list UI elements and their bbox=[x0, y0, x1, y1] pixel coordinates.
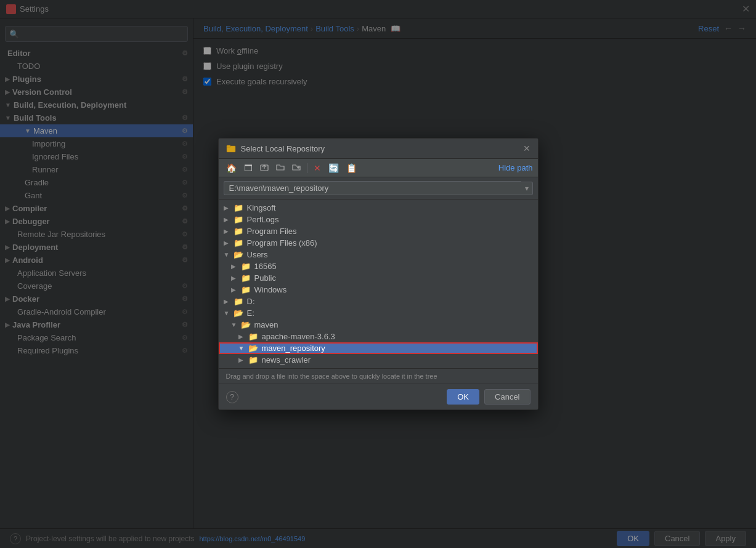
chevron-right-icon: ▶ bbox=[231, 286, 238, 293]
chevron-right-icon: ▶ bbox=[224, 298, 231, 305]
folder-icon: 📁 bbox=[241, 262, 251, 271]
dialog-title: Select Local Repository bbox=[241, 144, 518, 153]
tree-item-label: Kingsoft bbox=[247, 203, 276, 212]
folder-icon: 📁 bbox=[234, 227, 243, 236]
svg-rect-1 bbox=[227, 145, 230, 147]
folder-icon: 📁 bbox=[248, 355, 258, 365]
tree-item-e-drive[interactable]: ▼ 📂 E: bbox=[219, 307, 538, 319]
dialog-close-button[interactable]: ✕ bbox=[523, 143, 530, 153]
dialog-cancel-button[interactable]: Cancel bbox=[484, 389, 530, 405]
dialog-title-bar: Select Local Repository ✕ bbox=[219, 139, 538, 159]
chevron-right-icon: ▶ bbox=[238, 333, 246, 340]
tree-item-news-crawler[interactable]: ▶ 📁 news_crawler bbox=[219, 354, 538, 366]
chevron-right-icon: ▶ bbox=[224, 216, 231, 223]
new-folder-button[interactable] bbox=[290, 161, 303, 174]
dialog-hint: Drag and drop a file into the space abov… bbox=[219, 368, 538, 384]
tree-item-16565[interactable]: ▶ 📁 16565 bbox=[219, 260, 538, 272]
folder-icon: 📁 bbox=[241, 273, 251, 283]
tree-item-label: apache-maven-3.6.3 bbox=[262, 332, 335, 341]
tree-item-kingsoft[interactable]: ▶ 📁 Kingsoft bbox=[219, 202, 538, 214]
folder-open-button[interactable] bbox=[274, 161, 287, 174]
chevron-down-icon: ▼ bbox=[224, 251, 231, 258]
tree-item-program-files[interactable]: ▶ 📁 Program Files bbox=[219, 225, 538, 237]
chevron-right-icon: ▶ bbox=[231, 275, 238, 281]
dialog-overlay: Select Local Repository ✕ 🏠 🗖 ✕ 🔄 📋 Hide… bbox=[0, 0, 756, 548]
folder-icon: 📁 bbox=[234, 297, 243, 306]
folder-icon: 📁 bbox=[234, 203, 243, 212]
tree-item-public[interactable]: ▶ 📁 Public bbox=[219, 272, 538, 284]
delete-button[interactable]: ✕ bbox=[311, 162, 323, 174]
desktop-button[interactable]: 🗖 bbox=[242, 162, 255, 174]
tree-item-label: Users bbox=[247, 250, 268, 259]
folder-open-icon: 📂 bbox=[248, 344, 258, 353]
folder-open-icon: 📂 bbox=[234, 250, 243, 259]
hide-path-button[interactable]: Hide path bbox=[498, 163, 533, 172]
chevron-down-icon: ▼ bbox=[231, 321, 238, 328]
tree-item-label: news_crawler bbox=[262, 355, 311, 365]
dialog-bottom: ? OK Cancel bbox=[219, 384, 538, 409]
dialog-icon bbox=[226, 143, 236, 153]
chevron-right-icon: ▶ bbox=[238, 357, 246, 363]
dialog-path-bar: ▾ bbox=[219, 177, 538, 199]
tree-item-program-files-x86[interactable]: ▶ 📁 Program Files (x86) bbox=[219, 237, 538, 249]
tree-item-label: PerfLogs bbox=[247, 215, 279, 224]
tree-item-maven-repository[interactable]: ▼ 📂 maven_repository bbox=[219, 342, 538, 354]
tree-item-users[interactable]: ▼ 📂 Users bbox=[219, 249, 538, 260]
dialog-toolbar: 🏠 🗖 ✕ 🔄 📋 Hide path bbox=[219, 159, 538, 177]
folder-open-icon: 📂 bbox=[234, 308, 243, 318]
chevron-down-icon: ▼ bbox=[224, 310, 231, 316]
tree-item-maven[interactable]: ▼ 📂 maven bbox=[219, 319, 538, 331]
tree-item-label: Program Files (x86) bbox=[247, 238, 317, 248]
dialog-help-button[interactable]: ? bbox=[226, 391, 238, 403]
file-tree: ▶ 📁 Kingsoft ▶ 📁 PerfLogs ▶ 📁 Program Fi… bbox=[219, 199, 538, 368]
folder-icon: 📁 bbox=[234, 238, 243, 248]
folder-icon: 📁 bbox=[234, 215, 243, 224]
chevron-right-icon: ▶ bbox=[231, 263, 238, 270]
path-dropdown-button[interactable]: ▾ bbox=[521, 182, 533, 195]
chevron-right-icon: ▶ bbox=[224, 240, 231, 246]
tree-item-label: maven_repository bbox=[262, 344, 325, 353]
tree-item-label: E: bbox=[247, 308, 254, 318]
folder-open-icon: 📂 bbox=[241, 320, 251, 329]
dialog-ok-button[interactable]: OK bbox=[447, 389, 479, 405]
copy-path-button[interactable]: 📋 bbox=[344, 162, 359, 174]
tree-item-apache-maven[interactable]: ▶ 📁 apache-maven-3.6.3 bbox=[219, 331, 538, 342]
folder-up-button[interactable] bbox=[258, 161, 271, 174]
dialog-action-buttons: OK Cancel bbox=[447, 389, 530, 405]
tree-item-label: Public bbox=[254, 273, 276, 283]
home-button[interactable]: 🏠 bbox=[224, 162, 239, 174]
chevron-down-icon: ▼ bbox=[238, 345, 246, 352]
tree-item-label: maven bbox=[254, 320, 278, 329]
folder-icon: 📁 bbox=[248, 332, 258, 341]
chevron-right-icon: ▶ bbox=[224, 228, 231, 235]
tree-item-label: Program Files bbox=[247, 227, 297, 236]
chevron-right-icon: ▶ bbox=[224, 204, 231, 211]
tree-item-label: D: bbox=[247, 297, 255, 306]
tree-item-label: Windows bbox=[254, 285, 287, 294]
folder-icon: 📁 bbox=[241, 285, 251, 294]
refresh-button[interactable]: 🔄 bbox=[326, 162, 341, 174]
select-local-repository-dialog: Select Local Repository ✕ 🏠 🗖 ✕ 🔄 📋 Hide… bbox=[218, 138, 539, 410]
tree-item-perflogs[interactable]: ▶ 📁 PerfLogs bbox=[219, 214, 538, 225]
path-input[interactable] bbox=[224, 181, 521, 195]
tree-item-label: 16565 bbox=[254, 262, 277, 271]
tree-item-windows[interactable]: ▶ 📁 Windows bbox=[219, 284, 538, 296]
toolbar-separator bbox=[307, 163, 307, 173]
tree-item-d-drive[interactable]: ▶ 📁 D: bbox=[219, 296, 538, 307]
